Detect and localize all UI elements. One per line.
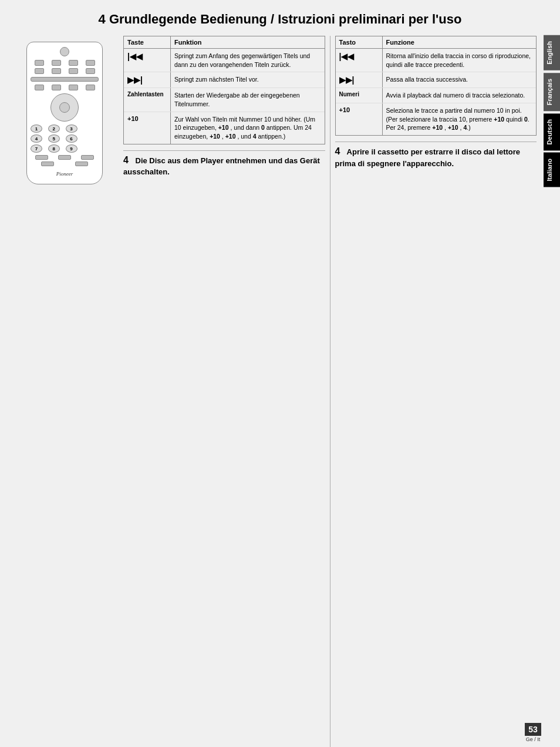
italian-step4-text: Aprire il cassetto per estrarre il disco… xyxy=(335,147,521,167)
tab-italiano[interactable]: Italiano xyxy=(544,153,560,187)
remote-slider xyxy=(31,77,99,82)
content-area: 1 2 3 4 5 6 7 8 9 xyxy=(0,36,560,747)
remote-row1 xyxy=(31,60,99,66)
italian-step4-number: 4 xyxy=(335,146,340,156)
remote-btn12 xyxy=(86,85,95,90)
german-table-header: Taste Funktion xyxy=(124,36,325,49)
remote-num-6: 6 xyxy=(66,134,77,143)
remote-num-3: 3 xyxy=(66,124,77,133)
remote-numpad: 1 2 3 4 5 6 7 8 9 xyxy=(31,124,99,153)
remote-btn2 xyxy=(52,60,61,66)
italian-desc-3: Avvia il playback dal numero di traccia … xyxy=(383,88,537,103)
german-step4-text: Die Disc aus dem Player entnehmen und da… xyxy=(123,156,320,176)
remote-btn7 xyxy=(69,68,78,74)
german-table: Taste Funktion |◀◀ Springt zum Anfang de… xyxy=(123,36,325,144)
italian-step4: 4 Aprire il cassetto per estrarre il dis… xyxy=(335,142,537,169)
italian-desc-4: Seleziona le tracce a partire dal numero… xyxy=(383,103,537,135)
german-row-4: +10 Zur Wahl von Titeln mit Nummer 10 un… xyxy=(124,112,325,144)
remote-nav-inner xyxy=(59,102,70,113)
remote-small-btn1 xyxy=(35,155,48,160)
remote-btn8 xyxy=(86,68,95,74)
remote-num-4: 4 xyxy=(31,134,42,143)
remote-small-btn4 xyxy=(41,161,54,166)
german-row-2: ▶▶| Springt zum nächsten Titel vor. xyxy=(124,72,325,88)
remote-small-btn3 xyxy=(81,155,94,160)
language-tabs: English Français Deutsch Italiano xyxy=(544,35,560,190)
remote-btn9 xyxy=(35,85,44,90)
remote-num-blank1 xyxy=(83,124,95,133)
italian-row-4: +10 Seleziona le tracce a partire dal nu… xyxy=(336,103,537,135)
italian-desc-2: Passa alla traccia successiva. xyxy=(383,72,537,88)
italian-key-3: Numeri xyxy=(336,88,383,103)
italian-desc-1: Ritorna all'inizio della traccia in cors… xyxy=(383,49,537,72)
italian-key-2: ▶▶| xyxy=(336,72,383,88)
tab-francais[interactable]: Français xyxy=(544,73,560,111)
german-desc-3: Starten der Wiedergabe ab der eingegeben… xyxy=(171,88,325,111)
german-row-3: Zahlentasten Starten der Wiedergabe ab d… xyxy=(124,88,325,112)
german-step4-number: 4 xyxy=(123,155,129,165)
remote-num-9: 9 xyxy=(66,144,77,153)
italian-step4-heading: 4 Aprire il cassetto per estrarre il dis… xyxy=(335,145,537,169)
remote-num-blank3 xyxy=(83,144,95,153)
german-desc-2: Springt zum nächsten Titel vor. xyxy=(171,72,325,88)
remote-btn3 xyxy=(69,60,78,66)
remote-row2 xyxy=(31,68,99,74)
italian-key-4: +10 xyxy=(336,103,383,135)
german-desc-1: Springt zum Anfang des gegenwärtigen Tit… xyxy=(171,49,325,72)
german-step4-heading: 4 Die Disc aus dem Player entnehmen und … xyxy=(123,154,325,178)
remote-num-7: 7 xyxy=(31,144,42,153)
page-title: 4 Grundlegende Bedienung / Istruzioni pr… xyxy=(0,0,560,36)
remote-brand: Pioneer xyxy=(31,171,99,177)
german-key-1: |◀◀ xyxy=(124,49,171,72)
remote-bottom xyxy=(31,155,99,166)
italian-key-1: |◀◀ xyxy=(336,49,383,72)
italian-table-header: Tasto Funzione xyxy=(336,36,537,49)
german-step4: 4 Die Disc aus dem Player entnehmen und … xyxy=(123,150,325,178)
remote-btn4 xyxy=(86,60,95,66)
remote-btn11 xyxy=(69,85,78,90)
page-number: 53 xyxy=(525,723,541,736)
remote-btn1 xyxy=(35,60,44,66)
german-col2-header: Funktion xyxy=(171,36,325,48)
left-column: 1 2 3 4 5 6 7 8 9 xyxy=(6,36,123,747)
german-key-3: Zahlentasten xyxy=(124,88,171,111)
italian-row-3: Numeri Avvia il playback dal numero di t… xyxy=(336,88,537,103)
remote-num-8: 8 xyxy=(48,144,60,153)
tab-deutsch[interactable]: Deutsch xyxy=(544,113,560,150)
italian-column: Tasto Funzione |◀◀ Ritorna all'inizio de… xyxy=(330,36,537,747)
main-content: Taste Funktion |◀◀ Springt zum Anfang de… xyxy=(123,36,537,747)
remote-top-knob xyxy=(60,47,69,56)
remote-num-blank2 xyxy=(83,134,95,143)
remote-small-btn2 xyxy=(58,155,71,160)
german-column: Taste Funktion |◀◀ Springt zum Anfang de… xyxy=(123,36,330,747)
remote-num-1: 1 xyxy=(31,124,42,133)
italian-row-1: |◀◀ Ritorna all'inizio della traccia in … xyxy=(336,49,537,72)
german-row-1: |◀◀ Springt zum Anfang des gegenwärtigen… xyxy=(124,49,325,72)
italian-row-2: ▶▶| Passa alla traccia successiva. xyxy=(336,72,537,88)
remote-btn10 xyxy=(52,85,61,90)
italian-table: Tasto Funzione |◀◀ Ritorna all'inizio de… xyxy=(335,36,537,136)
page-number-area: 53 Ge / It xyxy=(525,723,541,742)
remote-circle-area xyxy=(31,93,99,122)
remote-num-2: 2 xyxy=(48,124,60,133)
german-col1-header: Taste xyxy=(124,36,171,48)
german-key-2: ▶▶| xyxy=(124,72,171,88)
remote-nav-circle xyxy=(50,93,79,122)
remote-num-5: 5 xyxy=(48,134,60,143)
tab-english[interactable]: English xyxy=(544,35,560,70)
remote-control-image: 1 2 3 4 5 6 7 8 9 xyxy=(26,42,103,184)
remote-small-row1 xyxy=(31,155,99,160)
page: 4 Grundlegende Bedienung / Istruzioni pr… xyxy=(0,0,560,747)
german-desc-4: Zur Wahl von Titeln mit Nummer 10 und hö… xyxy=(171,112,325,144)
remote-small-row2 xyxy=(31,161,99,166)
remote-row3 xyxy=(31,85,99,90)
remote-small-btn5 xyxy=(75,161,88,166)
remote-btn5 xyxy=(35,68,44,74)
page-ref: Ge / It xyxy=(526,736,541,742)
remote-btn6 xyxy=(52,68,61,74)
italian-col1-header: Tasto xyxy=(336,36,383,48)
italian-col2-header: Funzione xyxy=(383,36,537,48)
german-key-4: +10 xyxy=(124,112,171,144)
